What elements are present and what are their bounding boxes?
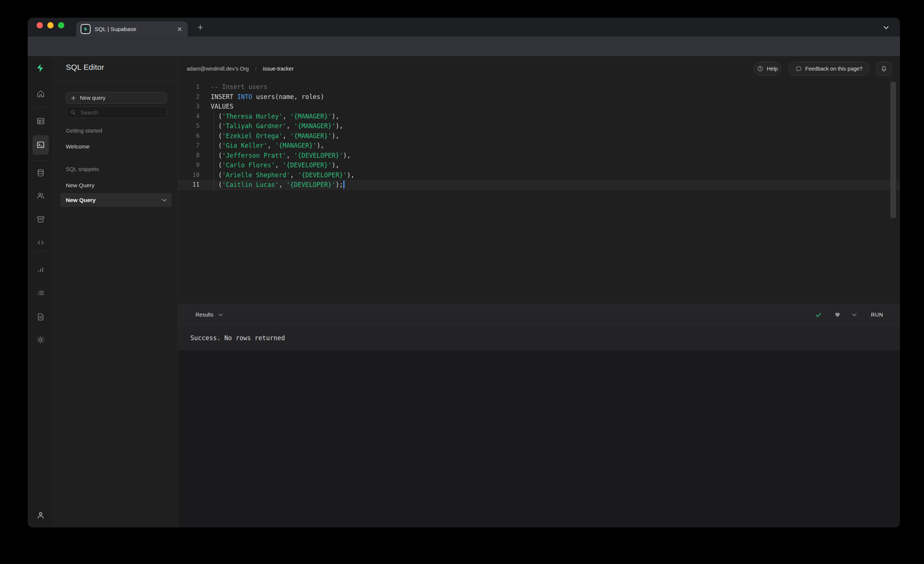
query-valid-check-icon (814, 310, 823, 319)
screenshot-stage: SQL | Supabase (0, 0, 924, 564)
snippet-search[interactable] (66, 106, 167, 118)
help-button-label: Help (767, 66, 778, 72)
page-title: SQL Editor (66, 63, 104, 72)
code-line[interactable]: 8 ('Jefferson Pratt', '{DEVELOPER}'), (178, 151, 900, 161)
line-number: 1 (178, 82, 200, 92)
selected-snippet-label: New Query (66, 197, 96, 203)
bell-icon (880, 65, 887, 72)
database-icon[interactable] (36, 168, 45, 177)
favorite-heart-icon[interactable] (833, 310, 842, 319)
auth-users-icon[interactable] (36, 191, 45, 200)
code-text: VALUES (211, 102, 233, 112)
breadcrumb-project[interactable]: issue-tracker (263, 66, 294, 72)
supabase-app: SQL Editor New query Getting started Wel… (28, 56, 900, 527)
new-query-button-label: New query (80, 95, 105, 101)
nav-rail (28, 56, 54, 527)
chat-bubble-icon (795, 65, 802, 72)
supabase-favicon (81, 24, 90, 34)
code-text: ('Gia Keller', '{MANAGER}'), (211, 141, 324, 151)
code-text: ('Carlo Flores', '{DEVELOPER}'), (211, 160, 339, 170)
code-text: ('Arielle Shepherd', '{DEVELOPER}'), (211, 170, 354, 180)
code-line[interactable]: 4 ('Theresa Hurley', '{MANAGER}'), (178, 112, 900, 121)
browser-toolbar: app.supabase.com/project/azahtnhqohyjerz… (28, 37, 900, 56)
rail-divider (33, 160, 48, 161)
maximize-window-button[interactable] (58, 22, 64, 28)
logs-list-icon[interactable] (36, 289, 45, 298)
search-icon (70, 109, 76, 115)
code-line[interactable]: 7 ('Gia Keller', '{MANAGER}'), (178, 141, 900, 151)
success-message: Success. No rows returned (190, 334, 285, 342)
browser-tab[interactable]: SQL | Supabase (76, 21, 188, 37)
run-button[interactable]: RUN (864, 304, 890, 325)
new-tab-button[interactable] (195, 22, 206, 33)
help-button[interactable]: Help (753, 62, 782, 76)
sidebar-item-new-query-selected[interactable]: New Query (60, 193, 172, 207)
results-chevron-down-icon[interactable] (218, 313, 223, 316)
sql-editor-terminal-icon (36, 141, 45, 149)
home-icon[interactable] (36, 90, 45, 98)
code-line[interactable]: 10 ('Arielle Shepherd', '{DEVELOPER}'), (178, 170, 900, 180)
code-text: ('Theresa Hurley', '{MANAGER}'), (211, 112, 339, 121)
rail-divider (33, 107, 48, 108)
text-cursor (344, 181, 345, 188)
close-window-button[interactable] (37, 22, 43, 28)
code-line[interactable]: 11 ('Caitlin Lucas', '{DEVELOPER}'); (178, 180, 900, 190)
chevron-down-icon[interactable] (162, 199, 167, 202)
sidebar-item-welcome[interactable]: Welcome (66, 143, 90, 150)
search-input[interactable] (81, 109, 158, 115)
section-label-sql-snippets: SQL snippets (66, 166, 99, 172)
notifications-button[interactable] (876, 62, 892, 76)
line-number: 11 (178, 180, 200, 190)
code-text: ('Ezekiel Ortega', '{MANAGER}'), (211, 131, 339, 141)
results-tab-label[interactable]: Results (195, 312, 213, 318)
line-number: 4 (178, 112, 200, 121)
code-line[interactable]: 2INSERT INTO users(name, roles) (178, 92, 900, 102)
line-number: 8 (178, 151, 200, 161)
code-line[interactable]: 6 ('Ezekiel Ortega', '{MANAGER}'), (178, 131, 900, 141)
section-label-getting-started: Getting started (66, 127, 102, 134)
line-number: 7 (178, 141, 200, 151)
plus-icon (70, 95, 76, 101)
sql-code-editor[interactable]: 1-- Insert users2INSERT INTO users(name,… (178, 81, 900, 304)
line-number: 5 (178, 121, 200, 131)
settings-gear-icon[interactable] (36, 335, 45, 344)
main-content: adam@windmill.dev's Org / issue-tracker … (178, 56, 900, 527)
results-message-row: Success. No rows returned (178, 325, 900, 350)
editor-scrollbar[interactable] (890, 82, 896, 218)
nav-item-sql-editor[interactable] (33, 135, 49, 155)
code-line[interactable]: 3VALUES (178, 102, 900, 112)
feedback-button-label: Feedback on this page? (806, 66, 862, 72)
code-line[interactable]: 9 ('Carlo Flores', '{DEVELOPER}'), (178, 160, 900, 170)
storage-icon[interactable] (36, 215, 45, 224)
tab-close-icon[interactable] (176, 25, 183, 33)
edge-functions-code-icon[interactable] (36, 238, 45, 247)
sidebar-item-new-query[interactable]: New Query (66, 182, 94, 189)
new-query-button[interactable]: New query (66, 92, 167, 104)
api-docs-file-icon[interactable] (36, 313, 45, 321)
browser-window: SQL | Supabase (28, 18, 900, 527)
code-text: ('Caitlin Lucas', '{DEVELOPER}'); (211, 180, 345, 190)
reports-chart-icon[interactable] (36, 265, 45, 274)
line-number: 3 (178, 102, 200, 112)
code-text: -- Insert users (211, 82, 268, 92)
minimize-window-button[interactable] (47, 22, 54, 28)
line-number: 10 (178, 170, 200, 180)
lightning-bolt-icon (83, 26, 88, 32)
feedback-button[interactable]: Feedback on this page? (788, 62, 870, 76)
help-circle-icon (757, 65, 764, 72)
results-empty-area (178, 350, 900, 527)
account-icon[interactable] (36, 511, 45, 520)
code-line[interactable]: 1-- Insert users (178, 82, 900, 92)
line-number: 2 (178, 92, 200, 102)
code-line[interactable]: 5 ('Taliyah Gardner', '{MANAGER}'), (178, 121, 900, 131)
run-options-chevron-icon[interactable] (850, 310, 859, 319)
tab-search-chevron-icon[interactable] (882, 23, 890, 32)
breadcrumb-separator: / (255, 66, 256, 72)
line-number: 9 (178, 160, 200, 170)
table-editor-icon[interactable] (36, 117, 45, 126)
results-toolbar: Results RUN (178, 304, 900, 325)
breadcrumb-org[interactable]: adam@windmill.dev's Org (187, 66, 249, 72)
browser-tab-strip: SQL | Supabase (28, 18, 900, 37)
code-text: ('Jefferson Pratt', '{DEVELOPER}'), (211, 151, 351, 161)
breadcrumb: adam@windmill.dev's Org / issue-tracker (187, 56, 294, 81)
